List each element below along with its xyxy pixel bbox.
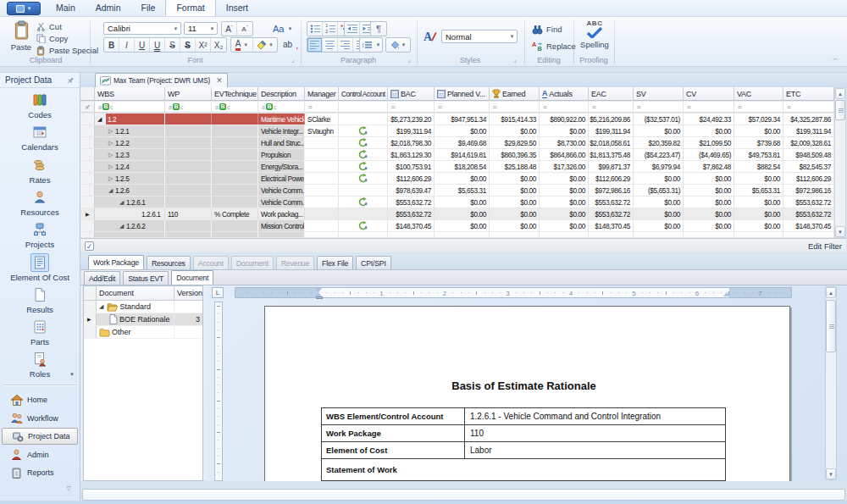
right-indent-marker[interactable] bbox=[723, 292, 730, 296]
sidebar-nav-workflow[interactable]: Workflow bbox=[2, 410, 78, 427]
editor-vertical-scrollbar[interactable]: ▲ ▼ bbox=[825, 286, 837, 480]
collapse-icon[interactable]: ▷ bbox=[108, 163, 113, 170]
grid-row[interactable]: ◢1.2.6.2Mission Control$148,370.45$0.00$… bbox=[80, 220, 834, 232]
grid-row[interactable]: ▷1.2.2Hull and Struc...$2,018,798.30$9,4… bbox=[80, 137, 834, 149]
ribbon-tab-main[interactable]: Main bbox=[46, 0, 86, 16]
text-effects-button[interactable]: ab, bbox=[283, 39, 298, 50]
paste-special-button[interactable]: Paste Special bbox=[36, 45, 98, 56]
tab-stop-selector[interactable]: L bbox=[212, 287, 224, 298]
filter-cell[interactable]: = bbox=[388, 102, 435, 113]
tree-row-standard[interactable]: ◢Standard bbox=[84, 301, 202, 313]
ribbon-tab-format[interactable]: Format bbox=[165, 0, 215, 16]
sidebar-item-element-of-cost[interactable]: Element Of Cost bbox=[0, 253, 80, 282]
detail-tab-work-package[interactable]: Work Package bbox=[88, 255, 144, 269]
collapse-icon[interactable]: ▷ bbox=[108, 152, 113, 158]
grid-column-header-sv[interactable]: SV bbox=[634, 87, 684, 101]
filter-cell[interactable] bbox=[80, 102, 95, 113]
grid-column-header-earned[interactable]: Earned bbox=[490, 87, 540, 101]
vertical-ruler[interactable] bbox=[214, 302, 223, 481]
filter-cell[interactable]: = bbox=[305, 102, 339, 113]
tree-column-document[interactable]: Document bbox=[97, 286, 174, 300]
detail-tab-flex-file[interactable]: Flex File bbox=[317, 256, 353, 269]
sidebar-item-codes[interactable]: Codes bbox=[0, 91, 80, 119]
sidebar-item-resources[interactable]: Resources bbox=[0, 188, 80, 217]
sidebar-nav-admin[interactable]: Admin bbox=[2, 446, 78, 463]
scrollbar-thumb[interactable] bbox=[835, 100, 845, 120]
grid-row[interactable]: ◢1.2.6.1Vehicle Comm...$553,632.72$0.00$… bbox=[80, 197, 834, 208]
underline-button[interactable]: U bbox=[135, 38, 150, 52]
expand-icon[interactable]: ◢ bbox=[99, 303, 103, 310]
dialog-launcher-icon[interactable]: ⌟ bbox=[407, 57, 414, 64]
spelling-button[interactable]: ABCSpelling bbox=[579, 19, 610, 49]
grid-row[interactable]: ▷1.2.3Propulsion$1,863,129.30$914,619.81… bbox=[80, 149, 834, 161]
sidebar-item-rates[interactable]: Rates bbox=[0, 156, 80, 185]
filter-cell[interactable]: = bbox=[684, 102, 734, 113]
sub-tab-document[interactable]: Document bbox=[171, 270, 213, 285]
show-marks-button[interactable]: ¶ bbox=[371, 22, 386, 36]
grid-column-header-controlaccount[interactable]: Control Account bbox=[339, 87, 388, 101]
grid-column-header-cv[interactable]: CV bbox=[684, 87, 734, 101]
detail-tab-account[interactable]: Account bbox=[193, 256, 229, 269]
grid-column-header-plannedv[interactable]: Planned V... bbox=[435, 87, 490, 101]
grid-row[interactable] bbox=[80, 232, 834, 238]
align-left-button[interactable] bbox=[307, 38, 323, 52]
ribbon-tab-admin[interactable]: Admin bbox=[86, 0, 131, 16]
style-select[interactable]: Normal▼ bbox=[441, 30, 518, 43]
filter-cell[interactable]: = bbox=[540, 102, 589, 113]
sidebar-nav-home[interactable]: Home bbox=[2, 391, 78, 408]
font-family-select[interactable]: Calibri▼ bbox=[103, 22, 181, 35]
grid-corner-cell[interactable] bbox=[80, 87, 95, 101]
filter-cell[interactable]: aBc bbox=[258, 102, 305, 113]
align-center-button[interactable] bbox=[323, 38, 338, 52]
ribbon-tab-insert[interactable]: Insert bbox=[216, 0, 258, 16]
filter-cell[interactable]: = bbox=[589, 102, 634, 113]
grow-font-button[interactable]: Aˆ bbox=[222, 22, 237, 36]
scrollbar-thumb[interactable] bbox=[826, 300, 836, 352]
detail-tab-revenue[interactable]: Revenue bbox=[276, 256, 314, 269]
grid-row[interactable]: ◢1.2Maritime VehicleSClarke$5,273,239.20… bbox=[80, 114, 834, 125]
collapse-icon[interactable]: ▷ bbox=[108, 140, 113, 147]
shading-button[interactable]: ▼ bbox=[386, 38, 410, 52]
filter-cell[interactable]: = bbox=[490, 102, 540, 113]
sidebar-item-results[interactable]: Results bbox=[0, 285, 80, 314]
change-case-button[interactable]: Aa ▼ bbox=[273, 23, 292, 34]
font-color-button[interactable]: A▼ bbox=[231, 38, 253, 52]
filter-cell[interactable]: = bbox=[634, 102, 684, 113]
grid-column-header-eac[interactable]: EAC bbox=[589, 87, 634, 101]
filter-cell[interactable]: = bbox=[783, 102, 834, 113]
subscript-button[interactable]: X₂ bbox=[211, 38, 226, 52]
grid-column-header-wp[interactable]: WP bbox=[165, 87, 212, 101]
pin-icon[interactable] bbox=[66, 76, 75, 85]
paste-button[interactable]: Paste bbox=[7, 20, 36, 52]
sidebar-item-roles[interactable]: Roles▼ bbox=[0, 350, 80, 379]
left-indent-marker[interactable] bbox=[316, 296, 323, 299]
grid-column-header-description[interactable]: Description bbox=[258, 87, 305, 101]
replace-button[interactable]: ABReplace bbox=[532, 41, 576, 52]
filter-cell[interactable]: aBc bbox=[95, 102, 165, 113]
grid-column-header-vac[interactable]: VAC bbox=[734, 87, 783, 101]
sidebar-nav-project-data[interactable]: Project Data bbox=[2, 428, 78, 445]
font-size-select[interactable]: 11▼ bbox=[184, 22, 218, 35]
grid-column-header-manager[interactable]: Manager bbox=[305, 87, 339, 101]
scroll-down-icon[interactable]: ▼ bbox=[835, 226, 845, 237]
copy-button[interactable]: Copy bbox=[36, 33, 68, 44]
chevron-down-icon[interactable]: ▼ bbox=[69, 372, 75, 377]
expand-icon[interactable]: ◢ bbox=[108, 187, 113, 194]
scroll-up-icon[interactable]: ▲ bbox=[826, 287, 836, 298]
sidebar-nav-reports[interactable]: Reports bbox=[2, 464, 78, 481]
strikethrough-button[interactable]: S bbox=[165, 38, 180, 52]
expand-icon[interactable]: ◢ bbox=[97, 116, 102, 123]
find-button[interactable]: Find bbox=[532, 24, 562, 35]
filter-cell[interactable]: aBc bbox=[165, 102, 212, 113]
grid-row[interactable]: ▷1.2.4Energy/Stora...$100,753.91$18,208.… bbox=[80, 161, 834, 173]
sidebar-overflow-icon[interactable]: ▽ bbox=[67, 485, 71, 492]
collapse-icon[interactable]: ▷ bbox=[108, 175, 113, 182]
detail-tab-cpi-spi[interactable]: CPI/SPI bbox=[356, 256, 391, 269]
superscript-button[interactable]: X² bbox=[196, 38, 211, 52]
filter-cell[interactable]: = bbox=[734, 102, 783, 113]
scroll-down-icon[interactable]: ▼ bbox=[826, 468, 836, 479]
tree-row-other[interactable]: Other bbox=[84, 326, 202, 339]
line-spacing-button[interactable]: ↕▼ bbox=[360, 38, 382, 52]
cut-button[interactable]: Cut bbox=[36, 21, 62, 32]
filter-checkbox[interactable]: ✓ bbox=[85, 241, 94, 251]
